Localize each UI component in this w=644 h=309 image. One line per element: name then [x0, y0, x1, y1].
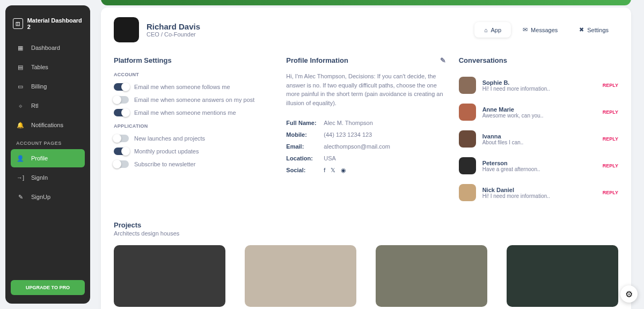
conversation-msg: Awesome work, can you..	[482, 113, 544, 119]
account-section: ACCOUNT	[114, 72, 273, 77]
reply-button[interactable]: REPLY	[603, 163, 618, 168]
avatar	[459, 104, 476, 121]
project-card[interactable]: Project #4 Gothic	[507, 245, 618, 309]
toggle-mentions[interactable]	[114, 109, 129, 116]
profile-avatar	[114, 17, 139, 42]
sidebar-item-signin[interactable]: →]SignIn	[11, 168, 85, 187]
nav-section-label: ACCOUNT PAGES	[11, 135, 85, 149]
banner	[101, 0, 631, 5]
conversation-msg: Hi! I need more information..	[482, 86, 550, 92]
conversations-title: Conversations	[459, 56, 618, 64]
project-card[interactable]: Project #3 Minimalist	[376, 245, 487, 309]
sidebar-item-rtl[interactable]: ⟐Rtl	[11, 97, 85, 115]
sidebar-item-signup[interactable]: ✎SignUp	[11, 188, 85, 206]
profile-mobile: (44) 123 1234 123	[324, 131, 372, 138]
conversation-item[interactable]: Anne Marie Awesome work, can you.. REPLY	[459, 99, 618, 126]
projects-title: Projects	[114, 221, 618, 229]
sidebar-item-tables[interactable]: ▤Tables	[11, 58, 85, 76]
avatar	[459, 157, 476, 174]
sidebar-item-notifications[interactable]: 🔔Notifications	[11, 116, 85, 134]
toggle-newsletter[interactable]	[114, 160, 129, 168]
twitter-icon[interactable]: 𝕏	[331, 167, 335, 174]
brand[interactable]: ◫ Material Dashboard 2	[11, 14, 85, 39]
reply-button[interactable]: REPLY	[603, 136, 618, 142]
conversation-item[interactable]: Peterson Have a great afternoon.. REPLY	[459, 152, 618, 179]
project-image	[507, 245, 618, 307]
toggle-follows[interactable]	[114, 83, 129, 91]
avatar	[459, 184, 476, 201]
facebook-icon[interactable]: f	[324, 167, 325, 174]
signin-icon: →]	[16, 173, 25, 182]
conversation-name: Ivanna	[482, 133, 524, 139]
signup-icon: ✎	[16, 193, 25, 201]
tab-messages[interactable]: ✉Messages	[513, 22, 567, 38]
sidebar-item-dashboard[interactable]: ▦Dashboard	[11, 39, 85, 57]
application-section: APPLICATION	[114, 123, 273, 129]
settings-icon: ✖	[579, 26, 584, 33]
dashboard-icon: ▦	[16, 43, 25, 52]
reply-button[interactable]: REPLY	[603, 83, 618, 88]
tables-icon: ▤	[16, 63, 25, 71]
person-icon: 👤	[16, 154, 25, 163]
conversation-msg: Have a great afternoon..	[482, 166, 540, 172]
profile-bio: Hi, I'm Alec Thompson, Decisions: If you…	[286, 72, 445, 107]
conversation-name: Anne Marie	[482, 106, 544, 113]
mail-icon: ✉	[523, 26, 528, 33]
sidebar-item-billing[interactable]: ▭Billing	[11, 77, 85, 95]
upgrade-button[interactable]: UPGRADE TO PRO	[11, 280, 85, 295]
conversation-item[interactable]: Ivanna About files I can.. REPLY	[459, 126, 618, 152]
project-card[interactable]: Project #2 Modern	[114, 245, 225, 309]
toggle-answers[interactable]	[114, 96, 129, 104]
conversation-name: Nick Daniel	[482, 187, 550, 193]
conversation-item[interactable]: Sophie B. Hi! I need more information.. …	[459, 72, 618, 99]
reply-button[interactable]: REPLY	[603, 190, 618, 195]
brand-label: Material Dashboard 2	[27, 17, 83, 30]
profile-email: alecthompson@mail.com	[324, 143, 390, 150]
bell-icon: 🔔	[16, 121, 25, 129]
profile-role: CEO / Co-Founder	[147, 31, 200, 38]
home-icon: ⌂	[484, 27, 488, 33]
toggle-launches[interactable]	[114, 135, 129, 142]
tabs: ⌂App ✉Messages ✖Settings	[474, 22, 618, 38]
project-card[interactable]: Project #1 Scandinavian	[245, 245, 356, 309]
platform-settings-title: Platform Settings	[114, 56, 273, 64]
conversation-msg: Hi! I need more information..	[482, 193, 550, 199]
billing-icon: ▭	[16, 82, 25, 91]
profile-fullname: Alec M. Thompson	[324, 120, 373, 126]
conversation-msg: About files I can..	[482, 139, 524, 145]
reply-button[interactable]: REPLY	[603, 109, 618, 115]
conversation-item[interactable]: Nick Daniel Hi! I need more information.…	[459, 179, 618, 206]
profile-location: USA	[324, 155, 336, 161]
instagram-icon[interactable]: ◉	[341, 167, 346, 174]
project-image	[114, 245, 225, 307]
edit-icon[interactable]: ✎	[440, 56, 446, 64]
project-image	[245, 245, 356, 307]
conversation-name: Peterson	[482, 160, 540, 166]
avatar	[459, 77, 476, 94]
tab-settings[interactable]: ✖Settings	[569, 22, 618, 38]
conversation-name: Sophie B.	[482, 79, 550, 86]
project-image	[376, 245, 487, 307]
profile-name: Richard Davis	[147, 22, 200, 31]
toggle-updates[interactable]	[114, 148, 129, 155]
profile-info-title: Profile Information	[286, 56, 348, 64]
sidebar-item-profile[interactable]: 👤Profile	[11, 149, 85, 167]
brand-icon: ◫	[13, 18, 23, 29]
projects-subtitle: Architects design houses	[114, 230, 618, 237]
tab-app[interactable]: ⌂App	[474, 22, 511, 38]
settings-gear-button[interactable]: ⚙	[620, 285, 638, 303]
avatar	[459, 130, 476, 148]
rtl-icon: ⟐	[16, 101, 25, 110]
